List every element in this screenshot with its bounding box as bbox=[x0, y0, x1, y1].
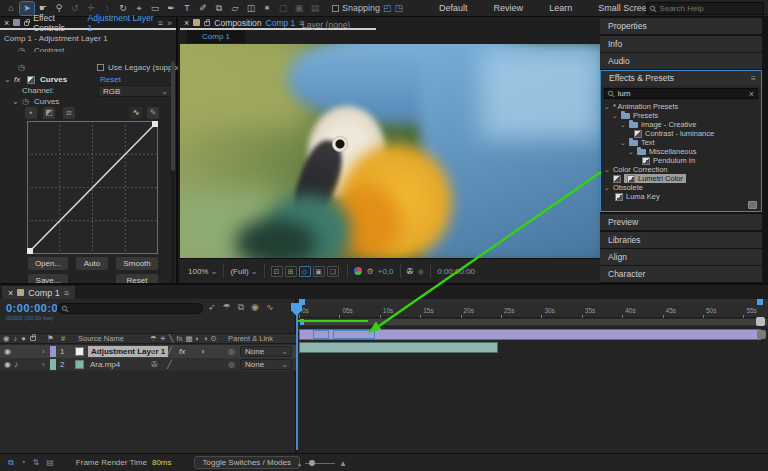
zoom-out-icon[interactable]: ▴ bbox=[298, 460, 301, 467]
shy-icon[interactable]: ☂ bbox=[223, 302, 231, 313]
audio-toggle-icon[interactable]: ♪ bbox=[14, 358, 18, 371]
layer-color-swatch[interactable] bbox=[50, 346, 56, 357]
frame-blending-icon[interactable]: ⧉ bbox=[238, 302, 244, 313]
tree-item-image-creative[interactable]: ⌄ Image - Creative bbox=[601, 120, 761, 129]
frame-blend-column-icon[interactable]: ▦ bbox=[185, 334, 192, 343]
zoom-in-icon[interactable]: ▲ bbox=[339, 459, 347, 468]
panel-menu-icon[interactable]: ≡ bbox=[751, 71, 756, 86]
work-area-start-handle[interactable] bbox=[300, 319, 304, 325]
curves-grid[interactable] bbox=[27, 121, 158, 254]
layer-viewer-tab[interactable]: Layer (none) bbox=[302, 20, 350, 30]
snapshot-camera-icon[interactable]: ✇ bbox=[407, 267, 414, 276]
tree-item-text[interactable]: ⌄ Text bbox=[601, 138, 761, 147]
properties-panel-header[interactable]: Properties bbox=[600, 18, 762, 34]
preview-options-icon[interactable]: ⊡ bbox=[271, 266, 283, 277]
show-snapshot-icon[interactable]: ◉ bbox=[417, 267, 424, 276]
clipped-param-row[interactable]: ◷ Contrast bbox=[0, 44, 178, 52]
layer-row-footage[interactable]: ◉ ♪ › 2 Ara.mp4 ✇ ╱ ◎ None ⌄ bbox=[0, 358, 297, 371]
twirl-icon[interactable]: ⌄ bbox=[620, 138, 626, 147]
video-toggle-icon[interactable]: ◉ bbox=[4, 345, 11, 358]
quality-icon[interactable]: ╱ bbox=[167, 345, 172, 358]
curve-square-icon[interactable]: ⧄ bbox=[63, 107, 75, 119]
twirl-icon[interactable]: ⌄ bbox=[604, 183, 610, 192]
help-search-input[interactable] bbox=[660, 4, 768, 13]
quality-column-icon[interactable]: ╲ bbox=[169, 334, 174, 343]
align-panel-header[interactable]: Align bbox=[600, 249, 762, 265]
tree-item-lumetri-color[interactable]: Lumetri Color bbox=[601, 174, 761, 183]
selection-tool[interactable]: ➤ bbox=[20, 2, 34, 15]
auto-button[interactable]: Auto bbox=[76, 257, 108, 270]
audio-panel-header[interactable]: Audio bbox=[600, 53, 762, 69]
comp-mini-flowchart-icon[interactable] bbox=[757, 330, 766, 339]
playhead-line[interactable] bbox=[296, 303, 298, 450]
number-column-header[interactable]: # bbox=[61, 334, 65, 343]
twirl-icon[interactable]: ⌄ bbox=[612, 111, 618, 120]
use-legacy-checkbox[interactable] bbox=[97, 64, 104, 71]
stopwatch-icon[interactable]: ◷ bbox=[18, 63, 25, 73]
brush-tool[interactable]: ✐ bbox=[196, 2, 210, 15]
reset-link[interactable]: Reset bbox=[100, 75, 121, 85]
tree-item-contrast-luminance[interactable]: Contrast - luminance bbox=[601, 129, 761, 138]
local-axis-mode-icon[interactable]: ▢ bbox=[276, 2, 290, 15]
tree-item-animation-presets[interactable]: ⌄ * Animation Presets bbox=[601, 102, 761, 111]
footage-layer-bar[interactable] bbox=[299, 342, 498, 353]
layer-label-box[interactable] bbox=[75, 360, 84, 369]
time-ruler[interactable]: 0s05s10s15s20s25s30s35s40s45s50s55s bbox=[299, 305, 768, 318]
expander-icon[interactable]: › bbox=[42, 345, 45, 358]
mask-visibility-icon[interactable]: ◇ bbox=[299, 266, 311, 277]
snapping-toggle[interactable]: Snapping bbox=[332, 3, 380, 13]
panel-menu-icon[interactable]: ≡ bbox=[64, 288, 69, 298]
effects-column-icon[interactable]: fx bbox=[177, 334, 183, 343]
preview-panel-header[interactable]: Preview bbox=[600, 214, 762, 230]
tree-item-miscellaneous[interactable]: ⌄ Miscellaneous bbox=[601, 147, 761, 156]
scrollbar[interactable] bbox=[171, 61, 175, 286]
panel-menu-icon[interactable]: ≡ bbox=[158, 18, 163, 28]
layer-name[interactable]: Ara.mp4 bbox=[90, 358, 120, 371]
parent-dropdown[interactable]: None ⌄ bbox=[240, 359, 292, 370]
snapping-checkbox[interactable] bbox=[332, 5, 339, 12]
layer-color-swatch[interactable] bbox=[50, 359, 56, 370]
type-tool[interactable]: T bbox=[180, 2, 194, 15]
resolution-dropdown[interactable]: (Full) ⌄ bbox=[230, 267, 257, 276]
show-channel-icon[interactable] bbox=[354, 267, 362, 275]
twirl-icon[interactable]: ⌄ bbox=[604, 165, 610, 174]
tree-item-pendulum-in[interactable]: Pendulum In bbox=[601, 156, 761, 165]
effects-icon[interactable]: fx bbox=[179, 345, 185, 358]
layer-in-handle[interactable] bbox=[313, 330, 329, 339]
project-icon[interactable]: ▤ bbox=[46, 458, 54, 468]
info-panel-header[interactable]: Info bbox=[600, 36, 762, 52]
motion-blur-icon[interactable]: ◉ bbox=[251, 302, 259, 313]
close-icon[interactable]: × bbox=[8, 288, 13, 298]
twirl-icon[interactable]: ⌄ bbox=[620, 120, 626, 129]
shy-column-icon[interactable]: ☂ bbox=[150, 334, 157, 343]
snap-features-icon[interactable]: ◳ bbox=[395, 3, 404, 13]
smooth-button[interactable]: Smooth bbox=[116, 257, 158, 270]
eraser-tool[interactable]: ▱ bbox=[228, 2, 242, 15]
flowchart-icon[interactable]: ➶ bbox=[208, 302, 216, 313]
close-icon[interactable]: × bbox=[184, 18, 189, 28]
adjustment-layer-bar[interactable] bbox=[299, 329, 761, 340]
pick-whip-icon[interactable]: ◎ bbox=[228, 358, 235, 371]
solo-column-icon[interactable]: ● bbox=[21, 334, 26, 343]
smooth-curve-icon[interactable]: ∿ bbox=[130, 107, 142, 119]
open-button[interactable]: Open... bbox=[28, 257, 68, 270]
fast-previews-gear-icon[interactable]: ⚙ bbox=[367, 267, 374, 276]
region-of-interest-icon[interactable]: ▣ bbox=[313, 266, 325, 277]
lock-column-icon[interactable] bbox=[30, 336, 36, 341]
world-axis-mode-icon[interactable]: ▣ bbox=[292, 2, 306, 15]
3d-column-icon[interactable]: ⊙ bbox=[211, 334, 217, 343]
render-status-icon[interactable]: ◔ bbox=[21, 458, 26, 468]
stopwatch-icon[interactable]: ◷ bbox=[22, 97, 29, 107]
collapse-column-icon[interactable]: ✳ bbox=[160, 334, 166, 343]
clone-stamp-tool[interactable]: ⧉ bbox=[212, 2, 226, 15]
workspace-review[interactable]: Review bbox=[494, 3, 524, 13]
curve-grid-icon[interactable]: ◩ bbox=[43, 107, 55, 119]
pick-whip-icon[interactable]: ◎ bbox=[228, 345, 235, 358]
twirl-icon[interactable]: ⌄ bbox=[604, 102, 610, 111]
pen-tool[interactable]: ✒ bbox=[164, 2, 178, 15]
label-column-icon[interactable]: ⚑ bbox=[47, 334, 54, 343]
effects-presets-header[interactable]: Effects & Presets ≡ bbox=[601, 71, 761, 86]
video-column-icon[interactable]: ◉ bbox=[3, 334, 10, 343]
clear-search-icon[interactable]: × bbox=[749, 89, 754, 99]
current-timecode[interactable]: 0:00:00:00 bbox=[6, 302, 65, 314]
